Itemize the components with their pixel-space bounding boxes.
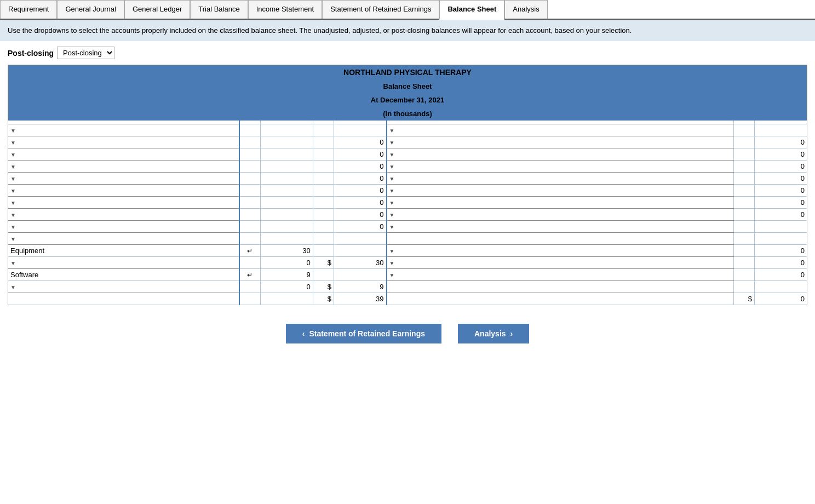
prev-button-label: Statement of Retained Earnings [309,329,425,338]
postclosing-select[interactable]: Post-closing Unadjusted Adjusted [57,47,114,59]
table-title: Balance Sheet [8,79,807,93]
prev-arrow-icon: ‹ [302,329,305,338]
tab-analysis[interactable]: Analysis [504,0,547,19]
balance-sheet-table: NORTHLAND PHYSICAL THERAPY Balance Sheet… [8,65,807,305]
table-row: 0 0 [8,148,807,161]
table-row: 0 0 [8,136,807,148]
table-row: 0 0 [8,161,807,173]
total-row: $ 39 $ 0 [8,293,807,305]
tab-trial-balance[interactable]: Trial Balance [190,0,248,19]
info-bar: Use the dropdowns to select the accounts… [0,20,815,42]
tab-income-statement[interactable]: Income Statement [248,0,323,19]
tab-general-ledger[interactable]: General Ledger [124,0,190,19]
next-arrow-icon: › [510,329,513,338]
next-button-label: Analysis [474,329,506,338]
bottom-nav: ‹ Statement of Retained Earnings Analysi… [0,314,815,349]
table-row: 0 0 [8,209,807,221]
table-date: At December 31, 2021 [8,93,807,107]
table-row [8,124,807,136]
table-row [8,233,807,245]
tab-general-journal[interactable]: General Journal [57,0,124,19]
tab-balance-sheet[interactable]: Balance Sheet [439,0,504,20]
table-subtitle: (in thousands) [8,107,807,121]
software-row: Software ↵ 9 0 [8,269,807,281]
equipment-row: Equipment ↵ 30 0 [8,245,807,257]
postclosing-label: Post-closing [8,49,54,58]
tab-requirement[interactable]: Requirement [0,0,57,19]
software-icon: ↵ [247,271,252,279]
tab-statement-retained[interactable]: Statement of Retained Earnings [322,0,439,19]
company-name: NORTHLAND PHYSICAL THERAPY [8,65,807,80]
table-container: NORTHLAND PHYSICAL THERAPY Balance Sheet… [0,65,815,314]
prev-button[interactable]: ‹ Statement of Retained Earnings [286,324,441,343]
postclosing-row: Post-closing Post-closing Unadjusted Adj… [0,41,815,65]
table-row: 0 0 [8,173,807,185]
table-row: 0 [8,221,807,233]
table-row: 0 0 [8,185,807,197]
next-button[interactable]: Analysis › [458,324,529,343]
tab-bar: Requirement General Journal General Ledg… [0,0,815,20]
software-sub-row: 0 $ 9 [8,281,807,293]
table-row: 0 0 [8,197,807,209]
equipment-icon: ↵ [247,247,252,255]
equipment-sub-row: 0 $ 30 0 [8,257,807,269]
